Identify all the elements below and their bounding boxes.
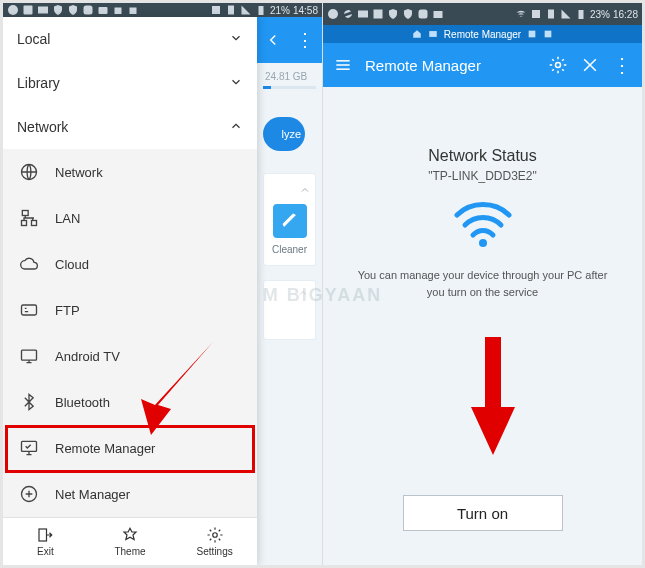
drawer-item-remote-manager[interactable]: Remote Manager (3, 425, 257, 471)
item-label: Net Manager (55, 487, 130, 502)
svg-point-19 (212, 533, 217, 538)
status-bar: 21% 14:58 (3, 3, 322, 17)
remote-manager-body: Network Status "TP-LINK_DDD3E2" You can … (323, 87, 642, 565)
appbar-title: Remote Manager (365, 57, 481, 74)
peek-card (263, 280, 316, 340)
shield-icon (402, 8, 414, 20)
shield-icon (387, 8, 399, 20)
ftp-icon (19, 300, 39, 320)
exit-button[interactable]: Exit (3, 518, 88, 565)
lan-icon (19, 208, 39, 228)
drawer-item-androidtv[interactable]: Android TV (3, 333, 257, 379)
svg-rect-21 (358, 11, 368, 18)
svg-rect-22 (374, 10, 383, 19)
turn-on-button[interactable]: Turn on (403, 495, 563, 531)
menu-icon[interactable] (333, 55, 353, 75)
category-label: Network (17, 119, 68, 135)
battery-icon (255, 4, 267, 16)
svg-rect-4 (99, 7, 108, 14)
drawer-item-net-manager[interactable]: Net Manager (3, 471, 257, 517)
theme-button[interactable]: Theme (88, 518, 173, 565)
instagram-icon (82, 4, 94, 16)
svg-rect-2 (38, 7, 48, 14)
chevron-left-icon (264, 31, 282, 49)
shield-icon (52, 4, 64, 16)
svg-rect-5 (115, 8, 122, 15)
item-label: FTP (55, 303, 80, 318)
svg-rect-24 (434, 11, 443, 18)
svg-rect-13 (32, 221, 37, 226)
shield-icon (67, 4, 79, 16)
svg-point-0 (8, 5, 18, 15)
nfc-icon (530, 8, 542, 20)
network-description: You can manage your device through your … (343, 267, 622, 300)
cleaner-label: Cleaner (272, 244, 307, 255)
sim-icon (545, 8, 557, 20)
tv-icon (19, 346, 39, 366)
chevron-down-icon (229, 31, 243, 48)
theme-icon (121, 526, 139, 544)
svg-rect-28 (429, 31, 437, 37)
label: Settings (197, 546, 233, 557)
network-status-title: Network Status (428, 147, 536, 165)
item-label: Bluetooth (55, 395, 110, 410)
more-icon[interactable]: ⋮ (612, 55, 632, 75)
svg-point-20 (328, 9, 338, 19)
item-label: Cloud (55, 257, 89, 272)
drawer-category-library[interactable]: Library (3, 61, 257, 105)
wifi-icon (515, 8, 527, 20)
svg-rect-27 (578, 10, 583, 19)
svg-rect-14 (22, 305, 37, 315)
close-icon[interactable] (580, 55, 600, 75)
settings-button[interactable]: Settings (172, 518, 257, 565)
chevron-up-icon (299, 184, 311, 198)
tab-icon[interactable] (543, 29, 553, 39)
phone-right: 23% 16:28 Remote Manager Remote Manager … (323, 3, 642, 565)
drawer-item-network[interactable]: Network (3, 149, 257, 195)
svg-rect-23 (419, 10, 428, 19)
drawer-item-bluetooth[interactable]: Bluetooth (3, 379, 257, 425)
status-bar: 23% 16:28 (323, 3, 642, 25)
cloud-icon (19, 254, 39, 274)
exit-icon (36, 526, 54, 544)
battery-percent: 23% (590, 9, 610, 20)
chevron-up-icon (297, 287, 309, 299)
net-manager-icon (19, 484, 39, 504)
phone-left: 21% 14:58 Local Library Network (3, 3, 323, 565)
image-icon (22, 4, 34, 16)
monitor-icon (19, 438, 39, 458)
arrow-annotation (463, 337, 523, 457)
more-icon[interactable]: ⋮ (296, 29, 314, 51)
tab-icon[interactable] (527, 29, 537, 39)
battery-percent: 21% (270, 5, 290, 16)
network-ssid: "TP-LINK_DDD3E2" (428, 169, 537, 183)
drawer-category-network[interactable]: Network (3, 105, 257, 149)
camera-icon (432, 8, 444, 20)
item-label: Remote Manager (55, 441, 155, 456)
svg-point-37 (479, 239, 487, 247)
bluetooth-icon (19, 392, 39, 412)
cleaner-card[interactable]: Cleaner (263, 173, 316, 266)
drawer-item-cloud[interactable]: Cloud (3, 241, 257, 287)
label: Theme (114, 546, 145, 557)
gear-icon[interactable] (548, 55, 568, 75)
whatsapp-icon (327, 8, 339, 20)
drawer-category-local[interactable]: Local (3, 17, 257, 61)
globe-icon (19, 162, 39, 182)
bag-icon (112, 4, 124, 16)
image-icon (372, 8, 384, 20)
item-label: Android TV (55, 349, 120, 364)
whatsapp-icon (7, 4, 19, 16)
clock: 14:58 (293, 5, 318, 16)
drawer-item-lan[interactable]: LAN (3, 195, 257, 241)
drawer-item-ftp[interactable]: FTP (3, 287, 257, 333)
svg-rect-9 (258, 6, 263, 15)
clock: 16:28 (613, 9, 638, 20)
wifi-icon (451, 201, 515, 253)
window-titlebar: Remote Manager (323, 25, 642, 43)
svg-rect-11 (22, 211, 28, 216)
sync-icon (342, 8, 354, 20)
home-icon[interactable] (412, 29, 422, 39)
analyze-button[interactable]: lyze (263, 117, 305, 151)
category-label: Local (17, 31, 50, 47)
